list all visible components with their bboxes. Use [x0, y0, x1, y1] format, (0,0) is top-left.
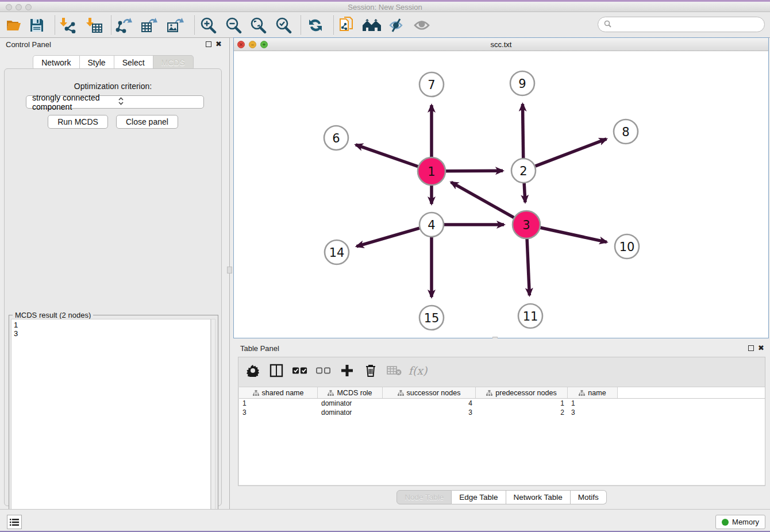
column-header-name[interactable]: name — [568, 387, 618, 398]
zoom-selected-icon[interactable] — [273, 16, 294, 35]
toolbar-separator — [55, 16, 55, 34]
network-title: scc.txt — [234, 40, 768, 49]
import-network-icon[interactable] — [57, 16, 78, 35]
hierarchy-icon — [398, 390, 404, 396]
node-label-11: 11 — [523, 310, 538, 323]
column-header-MCDS-role[interactable]: MCDS role — [318, 387, 383, 398]
node-label-1: 1 — [428, 165, 435, 179]
save-session-icon[interactable] — [26, 16, 47, 35]
table-cell[interactable]: 3 — [239, 408, 318, 417]
table-row[interactable]: 1dominator411 — [239, 399, 765, 408]
search-box[interactable] — [598, 17, 765, 32]
edge-2-8[interactable] — [536, 139, 607, 166]
table-cell[interactable]: 1 — [476, 399, 568, 408]
memory-button[interactable]: Memory — [715, 515, 765, 529]
search-icon — [604, 20, 611, 30]
window-titlebar: Session: New Session — [0, 2, 770, 12]
toolbar-separator — [333, 16, 334, 34]
mcds-panel: Optimization criterion: strongly connect… — [4, 68, 222, 506]
edge-3-10[interactable] — [540, 228, 606, 242]
toolbar-separator — [301, 16, 301, 34]
splitter-handle[interactable] — [227, 267, 232, 273]
table-cell[interactable]: dominator — [318, 408, 383, 417]
edge-2-3[interactable] — [524, 183, 525, 202]
edge-1-6[interactable] — [356, 145, 418, 167]
table-panel-title: Table Panel — [240, 344, 279, 353]
search-input[interactable] — [615, 20, 764, 29]
column-header-filler — [618, 387, 765, 398]
mcds-result-group: MCDS result (2 nodes) 1 3 — [9, 315, 218, 532]
tab-motifs[interactable]: Motifs — [571, 490, 607, 504]
column-header-successor-nodes[interactable]: successor nodes — [383, 387, 476, 398]
table-row[interactable]: 3dominator323 — [239, 408, 765, 417]
node-label-4: 4 — [428, 218, 435, 232]
table-panel-close-icon[interactable]: ✖ — [758, 345, 764, 351]
tab-node-table[interactable]: Node Table — [396, 490, 452, 504]
toolbar-separator — [111, 16, 111, 34]
export-image-icon[interactable] — [165, 16, 186, 35]
column-header-predecessor-nodes[interactable]: predecessor nodes — [476, 387, 568, 398]
show-hide-icon[interactable] — [386, 16, 407, 35]
column-header-shared-name[interactable]: shared name — [239, 387, 318, 398]
run-mcds-button[interactable]: Run MCDS — [48, 115, 108, 129]
column-mode-icon[interactable] — [269, 363, 284, 378]
table-cell[interactable]: 1 — [568, 399, 618, 408]
task-history-button[interactable] — [7, 515, 22, 529]
table-cell[interactable]: 3 — [383, 408, 476, 417]
vertical-splitter[interactable] — [226, 38, 233, 509]
node-label-7: 7 — [428, 78, 435, 92]
hierarchy-icon — [328, 390, 334, 396]
export-table-icon[interactable] — [139, 16, 160, 35]
network-titlebar[interactable]: ✕ − + scc.txt — [234, 38, 768, 51]
edge-2-9[interactable] — [522, 104, 523, 158]
table-cell[interactable]: dominator — [318, 399, 383, 408]
duplicate-network-icon[interactable] — [337, 16, 357, 35]
node-label-10: 10 — [619, 240, 635, 254]
tab-edge-table[interactable]: Edge Table — [452, 490, 506, 504]
mcds-result-title: MCDS result (2 nodes) — [13, 311, 93, 319]
open-file-icon[interactable] — [3, 16, 24, 35]
delete-column-icon[interactable] — [363, 363, 378, 378]
network-canvas[interactable]: 7968124314101511 — [234, 51, 768, 338]
result-scrollbar[interactable] — [211, 319, 215, 528]
hide-columns-icon[interactable] — [316, 363, 331, 378]
first-neighbors-icon[interactable] — [361, 16, 382, 35]
node-table[interactable]: shared nameMCDS rolesuccessor nodesprede… — [239, 387, 765, 485]
mcds-result-text[interactable]: 1 3 — [11, 319, 211, 528]
close-panel-button[interactable]: Close panel — [116, 115, 178, 129]
zoom-out-icon[interactable] — [223, 16, 244, 35]
show-columns-icon[interactable] — [292, 363, 307, 378]
memory-status-icon — [722, 519, 729, 526]
add-column-icon[interactable] — [340, 363, 355, 378]
table-cell[interactable]: 1 — [239, 399, 318, 408]
node-table-container: f(x) shared nameMCDS rolesuccessor nodes… — [238, 357, 765, 486]
table-cell[interactable]: 2 — [476, 408, 568, 417]
table-cell[interactable]: 4 — [383, 399, 476, 408]
table-cell[interactable]: 3 — [568, 408, 618, 417]
control-panel-float-icon[interactable] — [206, 41, 211, 47]
node-label-3: 3 — [522, 218, 530, 232]
bird-eye-icon[interactable] — [411, 16, 432, 35]
hierarchy-icon — [579, 390, 585, 396]
optimization-criterion-select[interactable]: strongly connected component — [26, 95, 204, 109]
edge-3-1[interactable] — [451, 182, 514, 218]
edge-1-2[interactable] — [446, 171, 503, 171]
zoom-fit-icon[interactable] — [248, 16, 268, 35]
control-panel-close-icon[interactable]: ✖ — [215, 41, 222, 47]
edge-3-11[interactable] — [527, 239, 529, 295]
zoom-in-icon[interactable] — [198, 16, 218, 35]
tab-network-table[interactable]: Network Table — [506, 490, 571, 504]
control-panel-title: Control Panel — [6, 40, 51, 49]
apply-layout-icon[interactable] — [305, 16, 326, 35]
hierarchy-icon — [486, 390, 492, 396]
node-label-2: 2 — [519, 164, 527, 178]
node-label-8: 8 — [622, 125, 629, 139]
table-panel-float-icon[interactable] — [748, 345, 754, 351]
list-icon — [10, 518, 19, 526]
export-network-icon[interactable] — [114, 16, 134, 35]
gear-icon[interactable] — [245, 363, 260, 378]
import-table-icon[interactable] — [84, 16, 105, 35]
edge-4-14[interactable] — [357, 228, 419, 246]
node-label-6: 6 — [332, 132, 340, 145]
node-label-14: 14 — [329, 246, 345, 260]
